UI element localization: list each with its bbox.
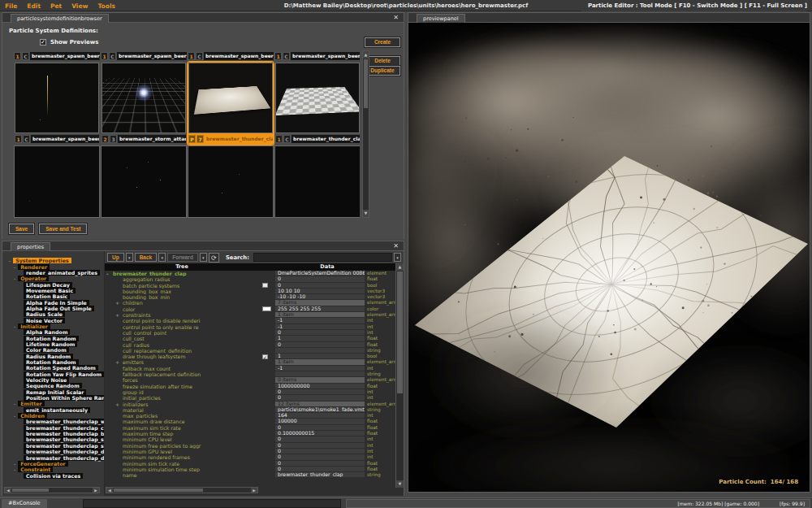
particle-system-name[interactable]: brewmaster_spawn_beer_spra xyxy=(31,135,99,143)
system-tree-label[interactable]: Emitter xyxy=(18,401,44,406)
close-icon[interactable]: ✕ xyxy=(391,13,400,22)
property-vscrollbar[interactable]: ▲ ▼ xyxy=(395,263,404,488)
property-name[interactable]: cull_control_point xyxy=(105,330,259,336)
property-row[interactable]: color 255 255 255 255 color xyxy=(105,306,395,312)
system-tree-row[interactable]: Rotation Random xyxy=(6,335,104,341)
system-tree-label[interactable]: brewmaster_thunderclap_cr xyxy=(24,425,105,431)
save-and-test-button[interactable]: Save and Test xyxy=(39,224,87,234)
thumbnail-preview[interactable] xyxy=(274,145,360,218)
property-value[interactable] xyxy=(275,348,365,354)
property-value[interactable]: 7 items xyxy=(275,300,365,306)
system-tree-row[interactable]: Lifetime Random xyxy=(6,341,104,347)
system-tree-label[interactable]: Radius Random xyxy=(24,354,73,359)
property-value[interactable]: 1 xyxy=(275,354,365,359)
thumbnail-preview[interactable] xyxy=(102,63,186,133)
system-tree-label[interactable]: Velocity Noise xyxy=(24,377,69,383)
property-value[interactable]: 1 item xyxy=(275,359,365,365)
property-row[interactable]: children 7 items element_array xyxy=(105,300,395,306)
scrollbar-thumb[interactable] xyxy=(12,488,49,492)
system-tree-label[interactable]: Rotation Speed Random xyxy=(24,365,98,371)
property-name[interactable]: fallback replacement definition xyxy=(105,371,259,377)
tab-properties[interactable]: properties xyxy=(11,242,50,251)
property-value[interactable]: 0 xyxy=(275,395,365,401)
thumb-mini-button-2[interactable]: C xyxy=(283,52,290,60)
system-tree-row[interactable]: Radius Scale xyxy=(6,311,104,317)
property-name[interactable]: initial_particles xyxy=(105,395,259,401)
system-tree-row[interactable]: brewmaster_thunderclap_de xyxy=(6,449,104,454)
property-widget[interactable] xyxy=(262,306,271,311)
thumb-mini-button-1[interactable]: P xyxy=(188,135,196,143)
tree-column-hscrollbar[interactable]: ◀ ▶ xyxy=(106,487,258,493)
thumbnail-item[interactable]: P 7 brewmaster_thunder_clap xyxy=(188,62,274,145)
property-value[interactable]: 0 xyxy=(275,276,365,282)
scrollbar-thumb[interactable] xyxy=(114,488,203,492)
thumbnail-preview[interactable] xyxy=(188,145,274,218)
property-name[interactable]: minimum rendered frames xyxy=(105,454,259,460)
system-tree-row[interactable]: brewmaster_thunderclap_wa xyxy=(6,419,104,424)
system-tree-row[interactable]: Operator xyxy=(6,276,104,281)
property-row[interactable]: cull_cost 1 float xyxy=(105,336,395,341)
property-value[interactable]: 10 10 10 xyxy=(275,289,365,294)
system-tree-label[interactable]: render_animated_sprites xyxy=(24,270,100,276)
system-tree-row[interactable]: Remap Initial Scalar xyxy=(6,389,104,395)
thumbnail-item[interactable]: 1 C brewmaster_thunder_clap_blas xyxy=(274,62,360,145)
property-row[interactable]: material particle\smoke1\smoke1_fade.vmt… xyxy=(105,407,395,413)
system-tree-label[interactable]: Sequence Random xyxy=(24,383,82,389)
system-tree-row[interactable]: Emitter xyxy=(6,401,104,406)
system-tree-label[interactable]: brewmaster_thunderclap_de xyxy=(24,455,105,461)
property-value[interactable]: 1000000000 xyxy=(275,384,365,389)
chevron-down-icon[interactable]: ▾ xyxy=(394,253,401,262)
property-value[interactable]: 0 xyxy=(275,330,365,336)
scroll-left-icon[interactable]: ◀ xyxy=(106,488,113,493)
property-name[interactable]: emitters xyxy=(105,359,259,365)
thumb-mini-button-2[interactable]: 3 xyxy=(110,135,117,143)
property-row[interactable]: minimum CPU level 0 int xyxy=(105,436,395,442)
thumbnail-label[interactable]: 2 3 brewmaster_storm_attack xyxy=(102,133,186,145)
property-value[interactable]: 0 xyxy=(275,443,365,449)
property-value[interactable]: 0 xyxy=(275,389,365,395)
system-tree-hscrollbar[interactable]: ◀ ▶ xyxy=(4,487,100,493)
property-name[interactable]: minimum sim tick rate xyxy=(105,461,259,467)
system-tree-label[interactable]: Rotation Random xyxy=(24,336,79,341)
property-row[interactable]: constraints 1 item element_array xyxy=(105,312,395,318)
property-name[interactable]: bounding_box_max xyxy=(105,289,259,294)
property-row[interactable]: cull_replacement_definition string xyxy=(105,348,395,354)
tab-particlesystemdefinitionbrowser[interactable]: particlesystemdefinitionbrowser xyxy=(11,14,109,23)
thumbnail-item[interactable]: 1 C brewmaster_spawn_beer_spra xyxy=(14,62,100,145)
particle-system-name[interactable]: brewmaster_spawn_beer_out xyxy=(30,52,100,60)
property-name[interactable]: brewmaster_thunder_clap xyxy=(105,271,259,276)
property-name[interactable]: cull_cost xyxy=(105,336,259,341)
property-name[interactable]: material xyxy=(105,407,259,413)
system-tree-row[interactable]: Children xyxy=(6,413,104,419)
system-tree-row[interactable]: Rotation Random xyxy=(6,359,104,365)
system-tree-row[interactable]: Renderer xyxy=(6,263,104,269)
system-tree-label[interactable]: brewmaster_thunderclap_de xyxy=(24,449,105,454)
property-name[interactable]: minimum GPU level xyxy=(105,449,259,454)
system-tree-row[interactable]: ForceGenerator xyxy=(6,461,104,467)
thumbnail-label[interactable]: 1 C brewmaster_spawn_beer_out_ xyxy=(274,50,360,62)
scroll-up-icon[interactable]: ▲ xyxy=(396,263,404,271)
property-value[interactable]: 0 items xyxy=(275,377,365,383)
system-tree-label[interactable]: Movement Basic xyxy=(24,288,76,293)
search-input[interactable] xyxy=(253,253,392,262)
system-tree-row[interactable]: Rotation Yaw Flip Random xyxy=(6,371,104,377)
scroll-up-icon[interactable]: ▲ xyxy=(363,51,369,59)
system-tree-row[interactable]: Constraint xyxy=(6,467,104,472)
property-row[interactable]: minimum GPU level 0 int xyxy=(105,449,395,454)
system-tree-label[interactable]: Children xyxy=(18,413,47,419)
property-row[interactable]: maximum draw distance 100000 float xyxy=(105,419,395,424)
property-row[interactable]: initializers 12 items element_array xyxy=(105,402,395,407)
console-tab[interactable]: #BxConsole xyxy=(2,499,47,508)
system-tree-row[interactable]: brewmaster_thunderclap_bla xyxy=(6,431,104,436)
particle-system-name[interactable]: brewmaster_spawn_beer_out_ xyxy=(291,52,360,60)
property-row[interactable]: initial_particles 0 int xyxy=(105,395,395,401)
system-tree-label[interactable]: Initializer xyxy=(18,323,50,329)
create-button[interactable]: Create xyxy=(365,37,400,47)
data-column-header[interactable]: Data xyxy=(259,263,395,271)
system-tree-row[interactable]: Rotation Speed Random xyxy=(6,365,104,371)
property-row[interactable]: bounding_box_max 10 10 10 vector3 xyxy=(105,289,395,294)
console-input[interactable] xyxy=(83,499,341,508)
property-value[interactable]: brewmaster_thunder_clap xyxy=(275,472,365,478)
system-tree-label[interactable]: Rotation Random xyxy=(24,359,79,365)
thumbnail-label[interactable]: 1 C brewmaster_spawn_beer_out_ xyxy=(188,50,274,62)
